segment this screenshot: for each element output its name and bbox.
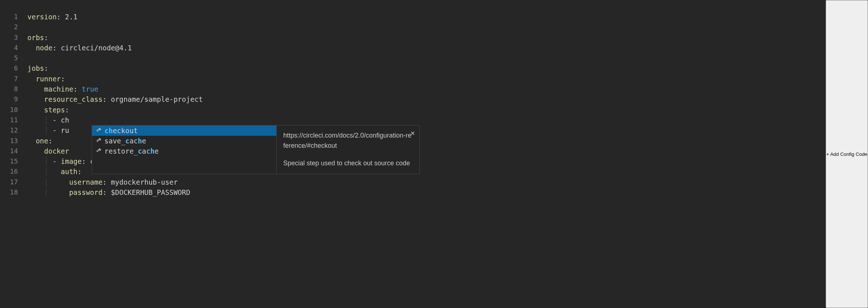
gutter: 1 2 3 4 5 6 7 8 9 10 11 12 13 14 15 16 1… — [0, 0, 27, 308]
wrench-icon — [96, 126, 101, 136]
code-line[interactable]: │ - ch — [27, 115, 826, 125]
suggestion-label: save_cache — [104, 136, 146, 146]
line-number: 6 — [0, 63, 27, 73]
line-number: 8 — [0, 84, 27, 94]
code-line[interactable]: version: 2.1 — [27, 12, 826, 22]
suggestion-label: restore_cache — [104, 146, 159, 156]
doc-flyout: ✕ https://circleci.com/docs/2.0/configur… — [277, 125, 420, 174]
line-number: 16 — [0, 166, 27, 177]
line-number: 18 — [0, 187, 27, 197]
doc-description: Special step used to check out source co… — [283, 158, 413, 169]
suggestion-label: checkout — [104, 126, 138, 136]
code-line[interactable]: jobs: — [27, 63, 826, 73]
code-line[interactable]: │ username: mydockerhub-user — [27, 177, 826, 187]
line-number: 1 — [0, 12, 27, 22]
code-line[interactable]: steps: — [27, 105, 826, 115]
code-line[interactable]: machine: true — [27, 84, 826, 94]
line-number: 11 — [0, 115, 27, 125]
code-line[interactable] — [27, 22, 826, 32]
suggestion-item-checkout[interactable]: checkout — [92, 126, 276, 136]
line-number: 14 — [0, 146, 27, 156]
line-number: 17 — [0, 177, 27, 187]
line-number: 9 — [0, 94, 27, 104]
code-line[interactable]: orbs: — [27, 32, 826, 43]
suggestion-item-save-cache[interactable]: save_cache — [92, 136, 276, 146]
line-number: 7 — [0, 74, 27, 84]
plus-icon: + — [826, 151, 829, 157]
line-number: 5 — [0, 53, 27, 63]
line-number: 4 — [0, 43, 27, 53]
code-area[interactable]: version: 2.1 orbs: node: circleci/node@4… — [27, 0, 826, 308]
code-line[interactable]: runner: — [27, 74, 826, 84]
wrench-icon — [96, 146, 101, 156]
line-number: 13 — [0, 136, 27, 146]
suggestions-list: checkout save_cache restore_cache — [92, 125, 277, 174]
code-line[interactable] — [27, 53, 826, 63]
line-number: 10 — [0, 105, 27, 115]
button-label: Add Config Code — [830, 151, 867, 157]
line-number: 15 — [0, 156, 27, 166]
add-config-code-button[interactable]: + Add Config Code — [826, 0, 868, 308]
close-icon[interactable]: ✕ — [410, 129, 415, 138]
doc-link[interactable]: https://circleci.com/docs/2.0/configurat… — [283, 131, 413, 151]
line-number: 2 — [0, 22, 27, 32]
code-line[interactable]: │ password: $DOCKERHUB_PASSWORD — [27, 187, 826, 197]
suggestion-item-restore-cache[interactable]: restore_cache — [92, 146, 276, 156]
line-number: 3 — [0, 32, 27, 43]
autocomplete-popup: checkout save_cache restore_cache ✕ — [92, 125, 420, 174]
editor-container: 1 2 3 4 5 6 7 8 9 10 11 12 13 14 15 16 1… — [0, 0, 868, 308]
line-number: 12 — [0, 125, 27, 135]
wrench-icon — [96, 136, 101, 146]
code-line[interactable]: node: circleci/node@4.1 — [27, 43, 826, 53]
code-line[interactable]: resource_class: orgname/sample-project — [27, 94, 826, 104]
